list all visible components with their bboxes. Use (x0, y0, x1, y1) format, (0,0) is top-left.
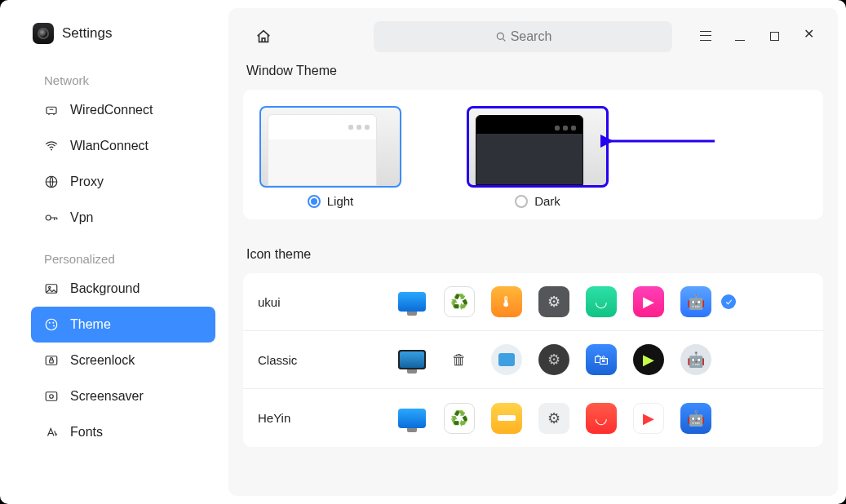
settings-app-icon (33, 23, 54, 44)
settings-window: Settings Network WiredConnect WlanConnec… (0, 0, 846, 504)
gear-icon: ⚙ (538, 403, 569, 434)
svg-point-1 (51, 149, 52, 151)
sidebar: Settings Network WiredConnect WlanConnec… (0, 0, 228, 504)
sidebar-item-label: Screenlock (70, 353, 135, 368)
section-network-label: Network (8, 69, 220, 92)
svg-rect-11 (50, 360, 54, 363)
store-icon: ◡ (586, 403, 617, 434)
svg-point-3 (46, 215, 51, 220)
monitor-icon (396, 403, 427, 434)
svg-rect-12 (46, 392, 57, 401)
thermometer-icon: 🌡 (491, 286, 522, 317)
window-theme-title: Window Theme (243, 57, 823, 90)
search-icon (494, 30, 507, 43)
svg-point-13 (50, 395, 54, 399)
drive-icon (491, 403, 522, 434)
sidebar-item-screenlock[interactable]: Screenlock (8, 343, 220, 378)
lock-icon (44, 353, 59, 368)
icon-theme-row-heyin[interactable]: HeYin ♻️ ⚙ ◡ ▶ 🤖 (243, 389, 823, 447)
vpn-icon (44, 210, 59, 225)
gear-icon: ⚙ (538, 286, 569, 317)
search-placeholder: Search (511, 29, 552, 44)
sidebar-item-label: WlanConnect (70, 139, 148, 153)
close-button[interactable]: ✕ (800, 29, 817, 44)
sidebar-item-theme[interactable]: Theme (31, 307, 215, 343)
assistant-icon: 🤖 (680, 403, 711, 434)
window-controls: ✕ (698, 29, 822, 44)
svg-point-6 (46, 319, 57, 330)
sidebar-item-label: Fonts (70, 425, 103, 440)
selected-check-icon (721, 294, 736, 309)
menu-button[interactable] (698, 29, 714, 44)
topbar: Search ✕ (245, 18, 822, 55)
window-theme-card: Light Dark (243, 90, 823, 219)
sidebar-item-wlanconnect[interactable]: WlanConnect (8, 128, 220, 164)
image-icon (44, 281, 59, 296)
sidebar-item-label: Proxy (70, 175, 104, 189)
trash-icon: 🗑 (444, 344, 475, 375)
icon-theme-card: ukui ♻️ 🌡 ⚙ ◡ ▶ 🤖 Classic (243, 273, 823, 447)
svg-point-9 (53, 325, 55, 327)
main-panel: Search ✕ Window Theme Light (228, 8, 838, 496)
store-icon: ◡ (586, 286, 617, 317)
assistant-icon: 🤖 (680, 344, 711, 375)
radio-light[interactable] (308, 195, 321, 208)
monitor-icon (396, 286, 427, 317)
sidebar-item-label: WiredConnect (70, 103, 153, 117)
svg-point-8 (52, 322, 54, 324)
svg-point-7 (49, 322, 51, 324)
files-icon (491, 344, 522, 375)
svg-point-5 (49, 286, 51, 288)
monitor-icon (396, 344, 427, 375)
sidebar-item-label: Background (70, 281, 140, 296)
svg-point-14 (497, 33, 503, 39)
play-icon: ▶ (633, 403, 664, 434)
sidebar-item-background[interactable]: Background (8, 271, 220, 307)
palette-icon (44, 317, 59, 332)
icon-theme-row-ukui[interactable]: ukui ♻️ 🌡 ⚙ ◡ ▶ 🤖 (243, 273, 823, 331)
store-icon: 🛍 (586, 344, 617, 375)
gear-icon: ⚙ (538, 344, 569, 375)
assistant-icon: 🤖 (680, 286, 711, 317)
window-theme-light[interactable]: Light (259, 106, 401, 208)
play-icon: ▶ (633, 286, 664, 317)
minimize-button[interactable] (732, 29, 748, 44)
trash-icon: ♻️ (444, 403, 475, 434)
section-personalized-label: Personalized (8, 247, 220, 271)
sidebar-item-proxy[interactable]: Proxy (8, 164, 220, 200)
globe-icon (44, 175, 59, 189)
ethernet-icon (44, 103, 59, 117)
icon-theme-row-classic[interactable]: Classic 🗑 ⚙ 🛍 ▶ 🤖 (243, 331, 823, 389)
font-icon (44, 425, 59, 440)
app-title-row: Settings (8, 23, 220, 44)
sidebar-item-vpn[interactable]: Vpn (8, 200, 220, 236)
screensaver-icon (44, 389, 59, 404)
window-theme-dark[interactable]: Dark (467, 106, 609, 208)
theme-thumb-dark (467, 106, 609, 188)
maximize-button[interactable] (766, 29, 782, 44)
sidebar-item-fonts[interactable]: Fonts (8, 414, 220, 450)
trash-icon: ♻️ (444, 286, 475, 317)
app-title: Settings (62, 25, 112, 42)
sidebar-item-label: Theme (70, 317, 111, 332)
home-button[interactable] (250, 28, 277, 46)
sidebar-item-label: Vpn (70, 210, 93, 225)
sidebar-item-wiredconnect[interactable]: WiredConnect (8, 92, 220, 128)
content-scroll[interactable]: Window Theme Light Dark (243, 57, 831, 489)
sidebar-item-label: Screensaver (70, 389, 144, 404)
wifi-icon (44, 139, 59, 153)
play-icon: ▶ (633, 344, 664, 375)
radio-dark[interactable] (515, 195, 528, 208)
search-input[interactable]: Search (374, 21, 672, 52)
theme-thumb-light (259, 106, 401, 188)
icon-theme-title: Icon theme (243, 241, 823, 273)
sidebar-item-screensaver[interactable]: Screensaver (8, 378, 220, 414)
svg-rect-0 (47, 107, 56, 113)
